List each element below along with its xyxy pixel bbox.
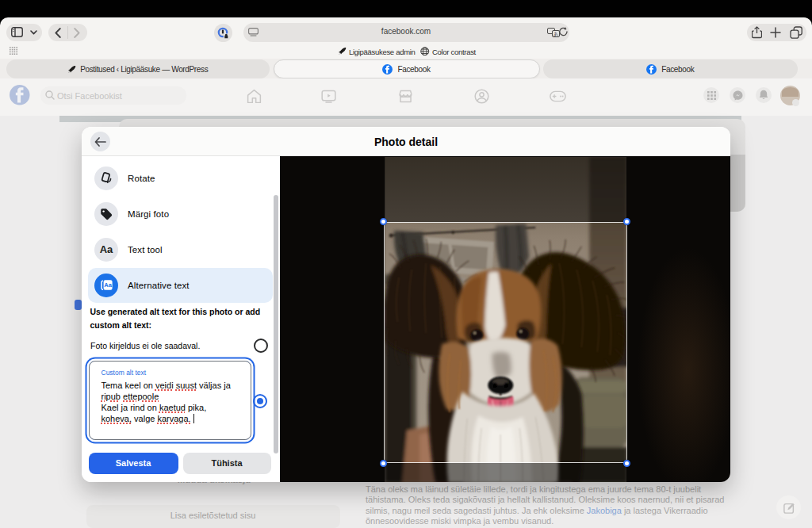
svg-text:Aa: Aa <box>104 281 112 289</box>
